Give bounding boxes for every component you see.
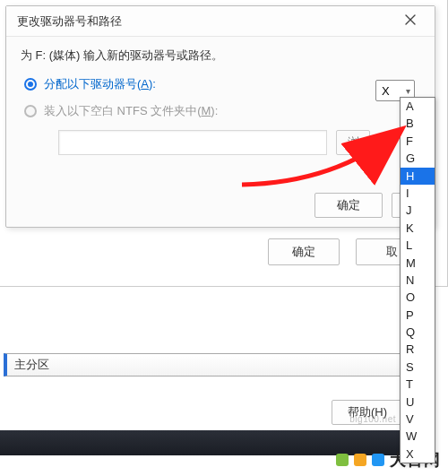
drive-letter-dropdown[interactable]: ABFGHIJKLMNOPQRSTUVWX [400,97,435,463]
parent-ok-button[interactable]: 确定 [268,238,340,265]
watermark-text: big100.net [349,414,396,424]
dropdown-item-h[interactable]: H [401,168,435,185]
radio-mount-folder[interactable] [24,105,37,117]
dropdown-item-j[interactable]: J [401,202,435,219]
logo-square-blue [372,454,384,466]
dropdown-item-i[interactable]: I [401,185,435,202]
partition-bar[interactable]: 主分区 [4,353,403,376]
dialog-ok-button[interactable]: 确定 [314,193,383,218]
dropdown-item-q[interactable]: Q [401,324,435,341]
logo-square-green [336,454,349,466]
dialog-titlebar: 更改驱动器号和路径 [6,6,435,37]
chevron-down-icon: ▾ [406,86,410,96]
dropdown-item-b[interactable]: B [401,115,435,132]
dropdown-item-t[interactable]: T [401,376,435,393]
dropdown-item-o[interactable]: O [401,289,435,306]
dropdown-item-m[interactable]: M [401,255,435,272]
dialog-prompt: 为 F: (媒体) 输入新的驱动器号或路径。 [21,48,422,64]
dropdown-item-l[interactable]: L [401,237,435,254]
dropdown-item-s[interactable]: S [401,359,435,376]
option-mount-row[interactable]: 装入以下空白 NTFS 文件夹中(M): [19,103,422,119]
close-icon [405,14,416,25]
dropdown-item-p[interactable]: P [401,307,435,324]
option-assign-row[interactable]: 分配以下驱动器号(A): [19,76,422,92]
option-assign-label: 分配以下驱动器号(A): [44,76,156,92]
dropdown-item-a[interactable]: A [401,98,435,115]
dialog-title: 更改驱动器号和路径 [17,13,393,30]
browse-button[interactable]: 浏 [336,130,370,155]
close-button[interactable] [393,10,427,33]
dialog-body: 为 F: (媒体) 输入新的驱动器号或路径。 分配以下驱动器号(A): 装入以下… [6,37,435,162]
dropdown-item-v[interactable]: V [401,411,435,428]
radio-assign-letter[interactable] [24,78,37,91]
mount-path-row: 浏 [58,130,422,155]
dropdown-item-w[interactable]: W [401,428,435,445]
parent-panel: 更改驱动器号和路径 为 F: (媒体) 输入新的驱动器号或路径。 分配以下驱动器… [0,0,448,287]
combo-value: X [382,84,390,98]
dropdown-item-k[interactable]: K [401,220,435,237]
dropdown-item-r[interactable]: R [401,341,435,358]
dropdown-item-g[interactable]: G [401,150,435,167]
option-mount-label: 装入以下空白 NTFS 文件夹中(M): [44,103,218,119]
dropdown-item-n[interactable]: N [401,272,435,289]
dropdown-item-u[interactable]: U [401,394,435,411]
change-drive-letter-dialog: 更改驱动器号和路径 为 F: (媒体) 输入新的驱动器号或路径。 分配以下驱动器… [5,5,435,228]
dropdown-item-x[interactable]: X [401,446,435,463]
logo-square-orange [354,454,366,466]
mount-path-input[interactable] [58,130,327,155]
dropdown-item-f[interactable]: F [401,133,435,150]
